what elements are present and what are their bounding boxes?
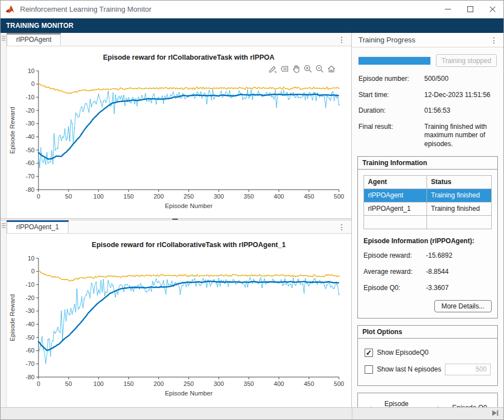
episode-number-label: Episode number:: [358, 75, 424, 84]
status-cell: Training finished: [427, 202, 492, 215]
final-result-value: Training finished with maximum number of…: [424, 123, 497, 149]
svg-text:150: 150: [124, 193, 134, 200]
training-progress-header: Training Progress ⋮: [352, 33, 503, 47]
training-progress-bar: [358, 57, 430, 65]
plot-options-box: Plot Options ✓ Show EpisodeQ0 Show last …: [357, 325, 498, 386]
toolstrip: TRAINING MONITOR: [1, 18, 503, 33]
training-information-box: Training Information Agent Status rlPPOA…: [357, 156, 498, 318]
grip-icon: [2, 36, 6, 41]
episode-q0-value: -3.3607: [426, 284, 449, 292]
minimize-icon: [445, 6, 451, 12]
chart1-area: Episode reward for rlCollaborativeTask w…: [7, 46, 351, 218]
show-last-n-checkbox[interactable]: [365, 365, 373, 374]
legend-box: Episode reward Episode Q0 Average reward: [357, 393, 498, 408]
svg-text:-60: -60: [26, 347, 35, 354]
training-progress-menu-button[interactable]: ⋮: [484, 33, 503, 47]
panel2-menu-button[interactable]: ⋮: [332, 220, 351, 233]
zoom-out-icon[interactable]: [314, 64, 325, 76]
episode-reward-label: Episode reward:: [364, 252, 426, 259]
footer-divider: [352, 408, 352, 419]
svg-text:0: 0: [37, 380, 40, 387]
collapse-panel-button[interactable]: [491, 409, 503, 418]
svg-text:100: 100: [94, 193, 104, 200]
episode-number-value: 500/500: [424, 75, 497, 84]
svg-text:-40: -40: [26, 321, 35, 327]
svg-text:0: 0: [31, 268, 35, 274]
show-episodeq0-checkbox[interactable]: ✓: [365, 349, 373, 357]
episode-information-header: Episode Information (rlPPOAgent):: [364, 237, 492, 245]
training-progress-title: Training Progress: [358, 36, 415, 44]
maximize-button[interactable]: [459, 1, 481, 18]
episode-q0-label: Episode Q0:: [364, 284, 426, 292]
table-row-empty[interactable]: [364, 215, 492, 229]
panel1-menu-button[interactable]: ⋮: [332, 33, 351, 46]
datatip-icon[interactable]: [279, 64, 290, 76]
svg-text:-50: -50: [26, 147, 35, 153]
final-result-label: Final result:: [358, 123, 424, 149]
svg-text:400: 400: [274, 380, 284, 387]
svg-text:450: 450: [304, 380, 314, 387]
brush-icon[interactable]: [268, 64, 278, 76]
app-window: Reinforcement Learning Training Monitor …: [0, 0, 504, 420]
svg-text:350: 350: [244, 380, 254, 387]
agent-cell: rlPPOAgent: [364, 189, 427, 202]
agent-cell: rlPPOAgent_1: [364, 202, 427, 215]
svg-text:-20: -20: [26, 107, 35, 114]
show-episodeq0-label: Show EpisodeQ0: [377, 349, 429, 356]
svg-text:0: 0: [31, 80, 35, 87]
zoom-in-icon[interactable]: [303, 64, 313, 76]
svg-text:Episode Number: Episode Number: [165, 202, 213, 209]
svg-text:400: 400: [274, 193, 284, 200]
window-title: Reinforcement Learning Training Monitor: [20, 5, 152, 13]
grip-icon: [2, 223, 6, 228]
svg-text:-70: -70: [26, 360, 35, 367]
svg-text:200: 200: [153, 193, 163, 200]
table-row[interactable]: rlPPOAgent Training finished: [364, 189, 492, 202]
svg-text:450: 450: [304, 193, 314, 200]
matlab-logo-icon: [6, 5, 16, 14]
pan-icon[interactable]: [291, 64, 302, 76]
table-row[interactable]: rlPPOAgent_1 Training finished: [364, 202, 492, 215]
training-stopped-button[interactable]: Training stopped: [436, 54, 497, 67]
home-icon[interactable]: [326, 64, 337, 76]
episode-reward-chart-rlppoagent-1: Episode reward for rlCollaborativeTask w…: [7, 234, 351, 401]
training-progress-panel: Training Progress ⋮ Training stopped Epi…: [351, 33, 503, 408]
average-reward-value: -8.8544: [426, 268, 449, 276]
figure-panel-rlppoagent-1: rlPPOAgent_1 ⋮ Episode reward for rlColl…: [1, 220, 351, 408]
plot-options-header: Plot Options: [358, 326, 497, 339]
svg-text:350: 350: [244, 193, 254, 200]
show-last-n-label: Show last N episodes: [377, 365, 441, 373]
svg-text:50: 50: [65, 193, 72, 200]
start-time-value: 12-Dec-2023 11:51:56: [424, 91, 497, 100]
maximize-icon: [467, 6, 473, 12]
minimize-button[interactable]: [437, 1, 459, 18]
tab-rlppoagent-1[interactable]: rlPPOAgent_1: [7, 220, 69, 233]
status-cell: Training finished: [427, 189, 492, 202]
svg-text:-50: -50: [26, 334, 35, 341]
agents-table-col-agent: Agent: [364, 175, 427, 189]
window-controls: [437, 1, 503, 18]
svg-text:Episode Reward: Episode Reward: [9, 107, 16, 153]
close-button[interactable]: [481, 1, 503, 18]
duration-value: 01:56:53: [424, 107, 497, 115]
tab-label: rlPPOAgent_1: [16, 223, 59, 231]
svg-text:500: 500: [334, 193, 344, 200]
duration-label: Duration:: [358, 107, 424, 115]
skip-to-end-icon: [491, 409, 499, 417]
svg-text:-70: -70: [26, 173, 35, 180]
svg-text:-10: -10: [26, 94, 35, 100]
more-details-button[interactable]: More Details...: [434, 300, 492, 312]
toolstrip-tab-training-monitor[interactable]: TRAINING MONITOR: [6, 22, 74, 30]
svg-text:10: 10: [28, 255, 35, 262]
svg-text:Episode Number: Episode Number: [165, 390, 213, 397]
tab-rlppoagent[interactable]: rlPPOAgent: [7, 33, 61, 46]
svg-text:10: 10: [28, 67, 35, 74]
svg-text:-30: -30: [26, 307, 35, 314]
panel-drag-strip[interactable]: [1, 33, 7, 218]
figure-panel-rlppoagent: rlPPOAgent ⋮ Episode reward for rlCollab…: [1, 33, 351, 219]
svg-text:Episode Reward: Episode Reward: [9, 294, 16, 341]
start-time-label: Start time:: [358, 91, 424, 100]
last-n-episodes-input[interactable]: [445, 364, 491, 375]
panel-drag-strip[interactable]: [1, 220, 7, 408]
svg-text:150: 150: [124, 380, 134, 387]
